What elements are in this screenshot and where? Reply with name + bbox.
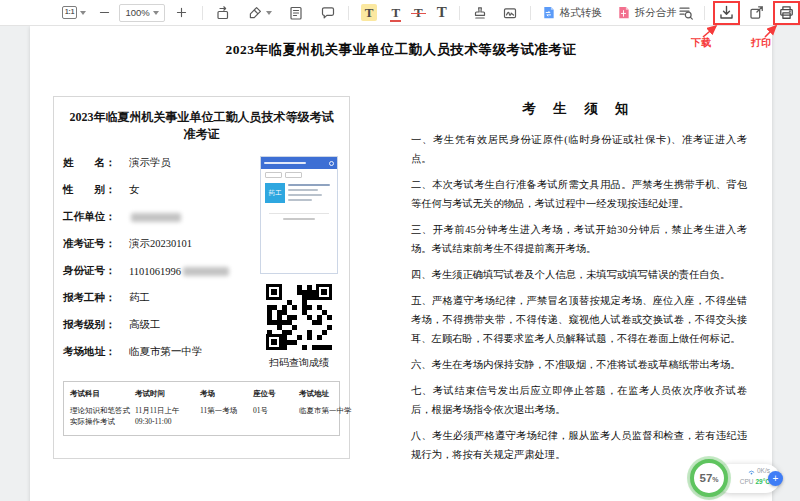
network-icon [748,468,755,475]
cpu-row: CPU 29°C [734,479,770,486]
qr-finder-icon [316,284,332,300]
field-row-name: 姓 名： 演示学员 [63,156,256,170]
zoom-in-button[interactable] [175,2,188,24]
table-header: 考试科目 [70,388,132,400]
network-speed-row: 0K/s [734,468,770,475]
search-in-document-button[interactable] [677,2,694,24]
notice-item: 二、本次考试考生自行准备考试所需文具用品。严禁考生携带手机、背包等任何与考试无关… [411,175,747,213]
zoom-out-button[interactable] [98,2,111,24]
toolbar-divider [202,6,203,20]
page-title: 2023年临夏州机关事业单位工勤人员技术等级考试准考证 [30,41,772,59]
field-value: 演示20230101 [129,237,192,251]
ticket-fields: 姓 名： 演示学员 性 别： 女 工作单位： 准考证号： [63,156,256,372]
field-value: 演示学员 [129,156,171,170]
fit-page-button[interactable]: 1:1 [62,2,86,24]
qr-section: 扫码查询成绩 [260,281,338,370]
table-cell: 理论知识和笔答式实际操作考试 [70,405,132,428]
chevron-down-icon [153,11,159,15]
text-highlight-button[interactable]: T [361,2,378,24]
split-merge-icon [616,5,631,20]
field-label: 姓 名： [63,156,129,170]
text-icon: T [437,5,447,20]
notice-item: 三、开考前45分钟考生进入考场，考试开始30分钟后，禁止考生进入考场。考试结束前… [411,220,747,258]
field-row-venue: 考场地址： 临夏市第一中学 [63,345,256,359]
table-cell: 01号 [253,405,296,428]
field-row-ticketno: 准考证号： 演示20230101 [63,237,256,251]
chevron-down-icon [80,11,86,15]
text-underline-icon: T [391,6,400,19]
field-row-idnumber: 身份证号： 1101061996 [63,264,256,278]
share-icon [748,4,765,21]
table-header: 考试时间 [135,388,197,400]
note-icon [288,5,304,21]
plus-icon [175,6,188,19]
zoom-value: 100% [125,7,149,18]
toolbar: 1:1 100% T T [0,0,800,26]
field-value: 高级工 [129,318,161,332]
text-edit-button[interactable]: T [437,2,447,24]
notice-item: 七、考试结束信号发出后应立即停止答题，在监考人员依次序收齐试卷后，根据考场指令依… [411,381,747,419]
text-highlight-icon: T [361,4,378,21]
ticket-title: 2023年临夏州机关事业单位工勤人员技术等级考试 准考证 [63,109,340,143]
field-label: 身份证号： [63,264,129,278]
field-row-gender: 性 别： 女 [63,183,256,197]
notice-item: 一、考生凭有效居民身份证原件(临时身份证或社保卡)、准考证进入考点。 [411,130,747,168]
signature-tool-button[interactable] [502,2,518,24]
qr-finder-icon [266,284,282,300]
redacted-value [183,267,229,276]
pdf-reader-window: 1:1 100% T T [0,0,800,501]
text-underline-button[interactable]: T [391,2,400,24]
cpu-label: CPU [740,479,754,486]
table-cell: 临夏市第一中学 [299,405,353,428]
notice-item: 五、严格遵守考场纪律，严禁冒名顶替按规定考场、座位入座，不得坐错考场，不得携带夹… [411,291,747,348]
exam-schedule-table: 考试科目 考试时间 考场 座位号 考试地址 理论知识和笔答式实际操作考试 11月… [63,381,340,436]
field-value: 临夏市第一中学 [129,345,203,359]
qr-caption: 扫码查询成绩 [260,356,338,370]
format-convert-button[interactable]: 格式转换 [541,2,602,24]
text-strikethrough-button[interactable]: T [414,2,423,24]
download-button[interactable] [718,2,735,24]
highlight-tool-button[interactable] [247,2,272,24]
field-label: 准考证号： [63,237,129,251]
field-value: 女 [129,183,140,197]
table-header: 考试地址 [299,388,353,400]
redacted-value [131,213,181,222]
toolbar-divider [459,6,460,20]
split-merge-button[interactable]: 拆分合并 [616,2,677,24]
document-canvas[interactable]: 2023年临夏州机关事业单位工勤人员技术等级考试准考证 2023年临夏州机关事业… [0,26,800,501]
stamp-tool-button[interactable] [472,2,488,24]
field-value: 1101061996 [129,266,181,277]
notice-item: 六、考生在考场内保持安静，不准吸烟，不准将试卷或草稿纸带出考场。 [411,355,747,374]
phone-result-card: 药工 [261,181,337,206]
notice-item: 四、考生须正确填写试卷及个人信息，未填写或填写错误的责任自负。 [411,265,747,284]
toolbar-divider [530,6,531,20]
notice-title: 考 生 须 知 [411,100,747,118]
format-convert-label: 格式转换 [560,6,602,20]
phone-text-lines [288,183,333,204]
rotate-icon [215,5,231,21]
text-strikethrough-icon: T [414,6,423,19]
plus-icon: + [773,474,779,484]
boost-button[interactable]: + [768,471,783,486]
format-convert-icon [541,5,556,20]
memory-percent: 57% [699,472,718,484]
note-tool-button[interactable] [288,2,304,24]
table-cell: 11第一考场 [200,405,250,428]
phone-footer-line [269,213,329,220]
rotate-page-button[interactable] [215,2,231,24]
performance-widget[interactable]: 0K/s CPU 29°C + 57% [690,458,794,500]
download-icon [718,4,735,21]
print-highlight-box [773,1,800,25]
memory-usage-ball[interactable]: 57% [690,459,728,497]
print-button[interactable] [778,2,795,24]
chevron-down-icon [266,11,272,15]
highlighter-icon [247,5,263,21]
qr-code [263,281,335,353]
trade-badge: 药工 [265,183,285,203]
share-button[interactable] [748,2,765,24]
zoom-level-select[interactable]: 100% [119,4,164,22]
field-row-level: 报考级别： 高级工 [63,318,256,332]
toolbar-divider [704,6,705,20]
comment-tool-button[interactable] [320,2,336,24]
download-annotation-label: 下载 [691,36,711,50]
